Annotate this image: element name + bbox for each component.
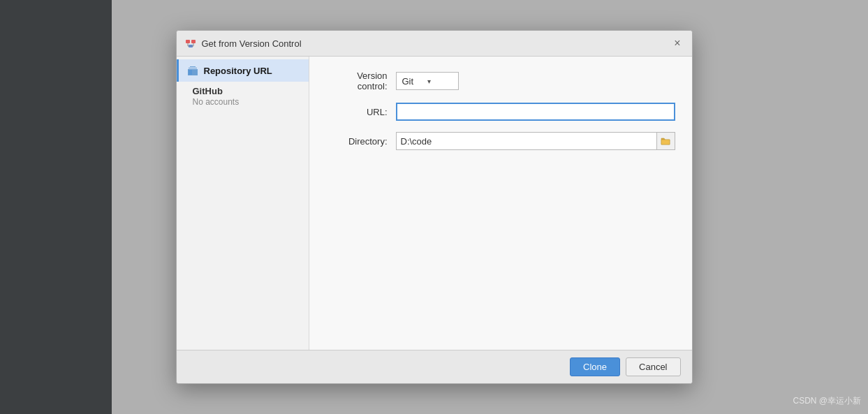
sidebar-item-github[interactable]: GitHub No accounts bbox=[177, 82, 309, 111]
directory-wrap bbox=[396, 132, 675, 150]
cancel-button[interactable]: Cancel bbox=[626, 357, 680, 376]
sidebar: Repository URL GitHub No accounts bbox=[177, 57, 309, 350]
main-content: Version control: Git ▾ URL: Directory: bbox=[309, 57, 692, 350]
watermark: CSDN @幸运小新 bbox=[793, 395, 861, 407]
folder-icon bbox=[661, 137, 670, 145]
github-name: GitHub bbox=[193, 86, 240, 96]
dialog-body: Repository URL GitHub No accounts bbox=[177, 57, 692, 350]
directory-row: Directory: bbox=[326, 132, 675, 150]
vcs-icon bbox=[185, 38, 196, 49]
dialog-title: Get from Version Control bbox=[202, 38, 302, 49]
directory-input-wrap bbox=[396, 132, 675, 150]
background-panel bbox=[0, 0, 112, 414]
dialog: Get from Version Control × Repository UR… bbox=[176, 30, 693, 384]
version-control-select[interactable]: Git ▾ bbox=[396, 72, 459, 90]
svg-rect-1 bbox=[191, 40, 196, 43]
sidebar-item-repository-url[interactable]: Repository URL bbox=[177, 59, 309, 82]
dialog-close-button[interactable]: × bbox=[671, 36, 683, 50]
url-label: URL: bbox=[326, 107, 396, 117]
version-control-row: Version control: Git ▾ bbox=[326, 71, 675, 91]
svg-rect-6 bbox=[189, 70, 192, 75]
version-control-label: Version control: bbox=[326, 71, 396, 91]
directory-browse-button[interactable] bbox=[656, 133, 675, 149]
version-control-value: Git bbox=[402, 76, 414, 87]
directory-input[interactable] bbox=[397, 135, 656, 148]
github-sub: No accounts bbox=[193, 97, 240, 107]
dialog-footer: Clone Cancel bbox=[177, 350, 692, 383]
github-item-text: GitHub No accounts bbox=[193, 86, 240, 107]
dialog-title-left: Get from Version Control bbox=[185, 38, 302, 49]
svg-rect-0 bbox=[186, 40, 190, 43]
clone-button[interactable]: Clone bbox=[570, 357, 620, 376]
directory-label: Directory: bbox=[326, 136, 396, 147]
version-control-arrow: ▾ bbox=[427, 77, 431, 85]
url-input-wrap bbox=[396, 103, 675, 121]
version-control-wrap: Git ▾ bbox=[396, 72, 675, 90]
url-row: URL: bbox=[326, 103, 675, 121]
sidebar-repository-url-label: Repository URL bbox=[204, 66, 272, 76]
repository-url-icon bbox=[187, 65, 198, 76]
url-input[interactable] bbox=[396, 103, 675, 121]
dialog-titlebar: Get from Version Control × bbox=[177, 31, 692, 57]
